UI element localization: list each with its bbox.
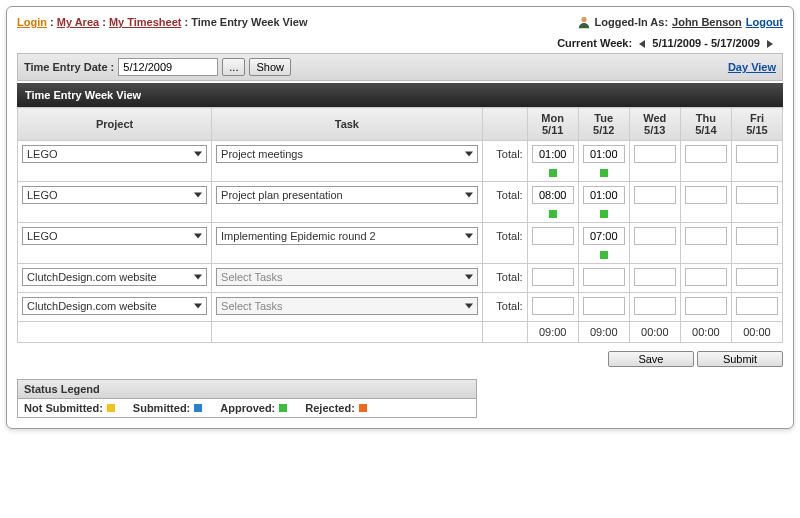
header-task: Task (212, 108, 483, 141)
time-cell[interactable] (532, 268, 574, 286)
legend-submitted: Submitted: (133, 402, 190, 414)
time-cell[interactable] (685, 227, 727, 245)
project-dropdown[interactable]: ClutchDesign.com website (22, 268, 207, 286)
time-cell[interactable] (634, 145, 676, 163)
time-cell[interactable] (736, 227, 778, 245)
total-cell: 09:00 (578, 322, 629, 343)
legend-approved: Approved: (220, 402, 275, 414)
current-week-range: 5/11/2009 - 5/17/2009 (652, 37, 760, 49)
time-cell[interactable] (736, 268, 778, 286)
username-link[interactable]: John Benson (672, 16, 742, 28)
total-cell: 09:00 (527, 322, 578, 343)
header-blank (482, 108, 527, 141)
time-cell[interactable] (532, 297, 574, 315)
date-bar: Time Entry Date : ... Show Day View (17, 53, 783, 81)
time-cell[interactable] (736, 297, 778, 315)
show-button[interactable]: Show (249, 58, 291, 76)
task-dropdown[interactable]: Select Tasks (216, 297, 478, 315)
status-icon (600, 251, 608, 259)
table-row: LEGOProject plan presentationTotal: (18, 182, 783, 209)
header-day: Mon5/11 (527, 108, 578, 141)
table-row: LEGOProject meetingsTotal: (18, 141, 783, 168)
user-box: Logged-In As: John Benson Logout (577, 15, 783, 29)
time-cell[interactable] (583, 297, 625, 315)
save-button[interactable]: Save (608, 351, 694, 367)
date-label: Time Entry Date : (24, 61, 114, 73)
status-legend: Status Legend Not Submitted: Submitted: … (17, 379, 477, 418)
next-week-icon[interactable] (767, 40, 773, 48)
time-cell[interactable] (532, 186, 574, 204)
status-icon (600, 210, 608, 218)
time-cell[interactable] (736, 145, 778, 163)
breadcrumb-current: Time Entry Week View (191, 16, 307, 28)
current-week-label: Current Week: (557, 37, 632, 49)
task-dropdown[interactable]: Project plan presentation (216, 186, 478, 204)
table-row: ClutchDesign.com websiteSelect TasksTota… (18, 264, 783, 291)
day-view-link[interactable]: Day View (728, 61, 776, 73)
time-cell[interactable] (685, 268, 727, 286)
time-cell[interactable] (583, 227, 625, 245)
time-cell[interactable] (583, 186, 625, 204)
time-cell[interactable] (685, 186, 727, 204)
top-bar: Login : My Area : My Timesheet : Time En… (17, 15, 783, 33)
breadcrumb-timesheet[interactable]: My Timesheet (109, 16, 182, 28)
time-cell[interactable] (634, 268, 676, 286)
square-orange-icon (359, 404, 367, 412)
svg-point-0 (581, 17, 586, 22)
submit-button[interactable]: Submit (697, 351, 783, 367)
task-dropdown[interactable]: Select Tasks (216, 268, 478, 286)
time-cell[interactable] (583, 268, 625, 286)
status-row (18, 249, 783, 264)
page-title: Time Entry Week View (17, 83, 783, 107)
time-cell[interactable] (634, 186, 676, 204)
status-icon (600, 169, 608, 177)
legend-not-submitted: Not Submitted: (24, 402, 103, 414)
time-cell[interactable] (532, 145, 574, 163)
legend-rejected: Rejected: (305, 402, 355, 414)
project-dropdown[interactable]: ClutchDesign.com website (22, 297, 207, 315)
time-cell[interactable] (736, 186, 778, 204)
header-day: Tue5/12 (578, 108, 629, 141)
table-row: LEGOImplementing Epidemic round 2Total: (18, 223, 783, 250)
legend-title: Status Legend (18, 380, 476, 399)
status-row (18, 167, 783, 182)
row-total-label: Total: (482, 293, 527, 320)
project-dropdown[interactable]: LEGO (22, 145, 207, 163)
status-icon (549, 210, 557, 218)
time-cell[interactable] (634, 297, 676, 315)
row-total-label: Total: (482, 141, 527, 168)
square-yellow-icon (107, 404, 115, 412)
time-cell[interactable] (532, 227, 574, 245)
project-dropdown[interactable]: LEGO (22, 186, 207, 204)
header-row: Project Task Mon5/11 Tue5/12 Wed5/13 Thu… (18, 108, 783, 141)
total-cell: 00:00 (680, 322, 731, 343)
task-dropdown[interactable]: Implementing Epidemic round 2 (216, 227, 478, 245)
time-cell[interactable] (685, 297, 727, 315)
square-green-icon (279, 404, 287, 412)
project-dropdown[interactable]: LEGO (22, 227, 207, 245)
current-week-row: Current Week: 5/11/2009 - 5/17/2009 (17, 33, 783, 53)
row-total-label: Total: (482, 264, 527, 291)
prev-week-icon[interactable] (639, 40, 645, 48)
actions-row: Save Submit (17, 343, 783, 379)
square-blue-icon (194, 404, 202, 412)
date-browse-button[interactable]: ... (222, 58, 245, 76)
logged-in-label: Logged-In As: (595, 16, 669, 28)
time-cell[interactable] (685, 145, 727, 163)
time-cell[interactable] (634, 227, 676, 245)
task-dropdown[interactable]: Project meetings (216, 145, 478, 163)
time-cell[interactable] (583, 145, 625, 163)
row-total-label: Total: (482, 223, 527, 250)
timesheet-grid: Project Task Mon5/11 Tue5/12 Wed5/13 Thu… (17, 107, 783, 343)
totals-row: 09:00 09:00 00:00 00:00 00:00 (18, 322, 783, 343)
header-project: Project (18, 108, 212, 141)
breadcrumb-area[interactable]: My Area (57, 16, 99, 28)
date-input[interactable] (118, 58, 218, 76)
header-day: Wed5/13 (629, 108, 680, 141)
logout-link[interactable]: Logout (746, 16, 783, 28)
breadcrumb-login[interactable]: Login (17, 16, 47, 28)
table-row: ClutchDesign.com websiteSelect TasksTota… (18, 293, 783, 320)
header-day: Fri5/15 (731, 108, 782, 141)
status-icon (549, 169, 557, 177)
avatar-icon (577, 15, 591, 29)
